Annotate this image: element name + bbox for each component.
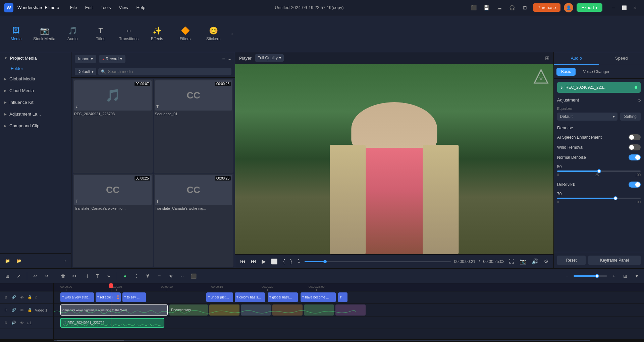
skip-back-icon[interactable]: ⏮ [239, 258, 247, 266]
filter-icon[interactable]: ≡ [222, 56, 225, 62]
influence-kit-item[interactable]: ▶ Influence Kit [0, 96, 71, 108]
track-eye-icon[interactable]: 👁 [19, 294, 25, 300]
compound-clip-item[interactable]: ▶ Compound Clip [0, 120, 71, 132]
subtab-basic[interactable]: Basic [556, 68, 576, 76]
player-progress[interactable] [305, 261, 451, 262]
caption-btn[interactable]: ≡ [155, 271, 164, 281]
track-vol-icon[interactable]: 🔊 [11, 320, 17, 326]
more-options-btn[interactable]: ▾ [632, 271, 641, 281]
adjustment-layer-item[interactable]: ▶ Adjustment La... [0, 108, 71, 120]
green-screen-btn[interactable]: ● [120, 271, 130, 281]
minimize-button[interactable]: ─ [608, 3, 619, 12]
layout-icon[interactable]: ⬛ [469, 3, 479, 12]
dereverb-slider-track[interactable] [557, 198, 641, 199]
normal-denoise-toggle[interactable] [629, 154, 641, 160]
play-icon[interactable]: ▶ [261, 257, 267, 266]
snapshot-icon[interactable]: 📷 [519, 257, 527, 266]
dereverb-toggle[interactable] [629, 182, 641, 188]
toolbar-transitions[interactable]: ↔ Transitions [115, 19, 142, 49]
scrollbar-thumb[interactable] [57, 340, 124, 341]
track-audio-icon[interactable]: 🔗 [11, 294, 17, 300]
zoom-slider[interactable] [574, 275, 607, 277]
select-tool-btn[interactable]: ⊞ [3, 271, 12, 281]
zoom-out-icon[interactable]: − [562, 271, 572, 281]
redo-btn[interactable]: ↪ [42, 271, 51, 281]
track-add-icon[interactable]: ⊕ [3, 294, 9, 300]
track-eye-icon3[interactable]: 👁 [19, 320, 25, 326]
subtab-voice-changer[interactable]: Voice Changer [578, 68, 614, 76]
toolbar-filters[interactable]: 🔶 Filters [172, 19, 199, 49]
toolbar-audio[interactable]: 🎵 Audio [59, 19, 86, 49]
settings-icon[interactable]: ⚙ [543, 257, 549, 266]
menu-view[interactable]: View [115, 4, 132, 11]
trim-tool-btn[interactable]: ↗ [14, 271, 23, 281]
grid-icon[interactable]: ⊞ [520, 3, 530, 12]
purchase-button[interactable]: Purchase [533, 3, 561, 12]
mark-in-icon[interactable]: { [282, 258, 286, 266]
clip-text[interactable]: T was a very stable ... [60, 292, 94, 302]
clip-text[interactable]: T have become ... [301, 292, 336, 302]
track-lock-icon2[interactable]: 🔒 [27, 307, 33, 313]
media-item[interactable]: CC 00:00:25 T Sequence_01 [154, 79, 234, 173]
default-select[interactable]: Default ▾ [75, 68, 96, 75]
menu-edit[interactable]: Edit [81, 4, 97, 11]
wind-removal-toggle[interactable] [629, 144, 641, 150]
snap-btn[interactable]: ⋮ [132, 271, 141, 281]
menu-help[interactable]: Help [132, 4, 149, 11]
denoise-slider-track[interactable] [557, 170, 641, 172]
track-add-icon2[interactable]: ⊕ [3, 307, 9, 313]
folder-button[interactable]: Folder [0, 64, 71, 73]
tab-audio[interactable]: Audio [554, 52, 599, 65]
project-media-item[interactable]: ▼ Project Media [0, 52, 71, 64]
denoise-slider-dot[interactable] [597, 169, 601, 173]
reset-button[interactable]: Reset [557, 256, 586, 265]
toolbar-media[interactable]: 🖼 Media [3, 19, 30, 49]
replace-btn[interactable]: ↔ [177, 271, 187, 281]
clip-text[interactable]: T [338, 292, 347, 302]
scene-detect-btn[interactable]: ⬛ [189, 271, 198, 281]
volume-icon[interactable]: 🔊 [531, 257, 539, 266]
save-icon[interactable]: 💾 [482, 3, 491, 12]
audio-track-item[interactable]: ♪ REC_20240921_223... [557, 82, 641, 93]
clip-text[interactable]: T to say ... [122, 292, 146, 302]
ai-btn[interactable]: ★ [166, 271, 175, 281]
new-folder-icon[interactable]: 📂 [14, 256, 23, 266]
maximize-button[interactable]: ⬜ [619, 3, 629, 12]
grid-view-icon[interactable]: ⊞ [621, 271, 630, 281]
delete-btn[interactable]: 🗑 [58, 271, 68, 281]
clip-text[interactable]: T under justi... [206, 292, 233, 302]
expand-icon[interactable]: ⛶ [508, 258, 515, 266]
more-tools-btn[interactable]: » [104, 271, 113, 281]
toolbar-more-icon[interactable]: › [228, 30, 236, 38]
media-item[interactable]: CC 00:00:25 T Translate_Canada's woke ni… [73, 174, 153, 267]
search-input[interactable] [108, 69, 229, 74]
record-btn[interactable]: 🎙 [143, 271, 153, 281]
text-btn[interactable]: T [93, 271, 102, 281]
export-button[interactable]: Export ▾ [577, 3, 602, 12]
split-btn[interactable]: ⊣ [81, 271, 91, 281]
global-media-item[interactable]: ▶ Global Media [0, 73, 71, 85]
toolbar-titles[interactable]: T Titles [87, 19, 114, 49]
clip-text[interactable]: T colony has s... [235, 292, 265, 302]
undo-btn[interactable]: ↩ [31, 271, 40, 281]
more-options-icon[interactable]: ··· [227, 56, 231, 62]
clip-text[interactable]: T global basti... [268, 292, 298, 302]
tab-speed[interactable]: Speed [599, 52, 644, 65]
cloud-media-item[interactable]: ▶ Cloud Media [0, 85, 71, 96]
toolbar-stickers[interactable]: 😊 Stickers [200, 19, 227, 49]
track-audio-icon2[interactable]: 🔗 [11, 307, 17, 313]
track-add-icon3[interactable]: ⊕ [3, 320, 9, 326]
quality-select[interactable]: Full Quality ▾ [255, 54, 284, 62]
step-back-icon[interactable]: ⏭ [250, 258, 257, 266]
record-button[interactable]: ● Record ▾ [99, 55, 125, 63]
toolbar-effects[interactable]: ✨ Effects [144, 19, 170, 49]
fullscreen-icon[interactable]: ⊞ [545, 55, 549, 61]
setting-button[interactable]: Setting [620, 113, 641, 121]
dereverb-slider-dot[interactable] [613, 196, 618, 200]
toolbar-stock-media[interactable]: 📷 Stock Media [31, 19, 58, 49]
close-button[interactable]: ✕ [630, 3, 640, 12]
zoom-in-icon[interactable]: + [609, 271, 619, 281]
collapse-panel-icon[interactable]: ‹ [62, 258, 68, 264]
insert-icon[interactable]: ⤵ [297, 258, 301, 266]
ai-speech-toggle[interactable] [629, 134, 641, 140]
